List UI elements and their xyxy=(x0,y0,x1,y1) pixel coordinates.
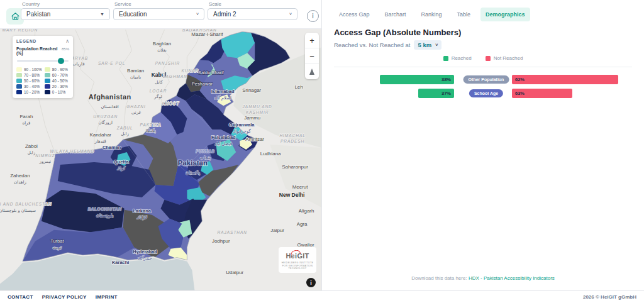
map-label-native: بامیان xyxy=(130,75,141,79)
population-slider[interactable] xyxy=(17,57,69,65)
map-label: Hyderabad xyxy=(133,249,157,255)
zoom-in-button[interactable]: + xyxy=(305,33,319,48)
country-select[interactable]: Pakistan ▼ xyxy=(21,8,110,20)
map-label-native: فاریاب xyxy=(72,62,84,67)
map-label: Zabol xyxy=(25,143,38,149)
legend-item: 90 - 100% xyxy=(16,67,42,72)
map-label: SISTAN AND BALUCHESTAN xyxy=(0,202,52,206)
map-label-native: زابل xyxy=(28,150,36,155)
map-label-native: زابل xyxy=(121,131,129,136)
legend-swatch xyxy=(45,73,50,77)
legend-range: 70 - 80% xyxy=(24,73,40,77)
map-label-native: پنجاب xyxy=(200,155,211,160)
country-label: Country xyxy=(22,1,40,7)
map-label-native: گوجرانوالہ xyxy=(233,128,252,134)
map-label-native: لوگر xyxy=(153,94,162,99)
slider-knob[interactable] xyxy=(58,58,64,64)
legend-item: 60 - 70% xyxy=(45,73,69,77)
map-label: Karachi xyxy=(112,260,129,265)
map-label: Ludhiana xyxy=(260,151,281,157)
map-label: PUNJAB xyxy=(196,149,214,153)
map-label: Leh xyxy=(294,84,303,90)
home-icon xyxy=(11,12,20,21)
reached-percent: 38% xyxy=(441,77,451,82)
legend-metric-label: Population Reached (%) xyxy=(16,47,62,55)
scale-select[interactable]: Admin 2 ˅ xyxy=(208,8,297,20)
chevron-down-icon: ˅ xyxy=(289,12,292,16)
scale-value: Admin 2 xyxy=(213,11,286,18)
map-label: SAR-E POL xyxy=(98,61,126,65)
legend-item: 10 - 20% xyxy=(16,90,42,94)
zoom-out-button[interactable]: − xyxy=(305,48,319,64)
map-label-native: غزنی xyxy=(131,110,142,115)
map-label: Agra xyxy=(297,221,308,227)
map-label: Zahedan xyxy=(10,173,30,179)
map-label: Udaipur xyxy=(226,270,243,275)
download-text: Download this data here: xyxy=(411,275,467,281)
info-button[interactable]: i xyxy=(307,10,319,22)
analysis-panel: Access GapBarchartRankingTableDemographi… xyxy=(322,0,644,290)
map-label: NIMRUZ xyxy=(35,153,55,158)
map-label-native: افغانستان xyxy=(101,104,119,109)
legend-range: 50 - 60% xyxy=(24,79,40,83)
heigit-logo-text: HeiGIT xyxy=(286,252,309,260)
legend-range: 30 - 40% xyxy=(24,84,40,89)
download-link[interactable]: HDX - Pakistan Accessibility Indicators xyxy=(469,275,555,281)
map-label: Mazar-i-Sharif xyxy=(191,31,223,37)
legend-range: 90 - 100% xyxy=(24,67,42,72)
reached-bar: 37% xyxy=(418,89,454,98)
map-label: Peshawar xyxy=(192,81,213,87)
attribution-button[interactable]: i xyxy=(306,278,316,287)
map-label: GHAZNI xyxy=(126,104,145,109)
minus-icon: − xyxy=(309,52,314,61)
reached-percent: 37% xyxy=(441,91,451,96)
legend-item: 50 - 60% xyxy=(16,79,42,83)
footer-link-contact[interactable]: CONTACT xyxy=(8,294,33,300)
map-label: Jodhpur xyxy=(212,238,230,244)
map-label: Srinagar xyxy=(242,87,261,93)
legend-swatch xyxy=(45,79,50,83)
service-select[interactable]: Education ˅ xyxy=(113,8,204,20)
legend-swatch xyxy=(45,84,50,89)
map-label: Larkana xyxy=(133,208,151,214)
legend-title: LEGEND xyxy=(16,39,36,43)
legend-item: 0 - 10% xyxy=(45,90,69,94)
legend-swatch xyxy=(45,90,50,94)
map-label: WILAYA HELMAND xyxy=(50,149,94,153)
map-label: PANJSHIR xyxy=(155,61,180,65)
map-label: KUNAR xyxy=(182,69,199,73)
map-label: ZABUL xyxy=(116,126,133,130)
map-label: BALOCHISTAN xyxy=(88,207,122,211)
map-label: New Delhi xyxy=(279,192,304,198)
not-reached-percent: 62% xyxy=(515,77,525,82)
map-canvas[interactable]: AfghanistanافغانستانPakistanپاکستانKabul… xyxy=(0,28,321,290)
map-label: Pakistan xyxy=(178,159,208,167)
map-label: Bamian xyxy=(127,68,144,74)
map-label: Gujranwala xyxy=(229,122,255,128)
footer-links: CONTACTPRIVACY POLICYIMPRINT xyxy=(8,294,118,300)
reached-bar: 38% xyxy=(380,75,454,84)
map-label: Faisalabad xyxy=(211,135,236,140)
map-label-native: حیدرآباد xyxy=(138,255,152,261)
collapse-chevron-icon[interactable]: ∧ xyxy=(65,40,69,43)
heigit-logo: HeiGIT HEIDELBERG INSTITUTEFOR GEOINFORM… xyxy=(279,247,316,273)
compass-icon xyxy=(309,69,314,75)
map-label-native: نیمروز xyxy=(39,159,52,164)
map-label: URUZGAN xyxy=(93,114,118,119)
compass-button[interactable] xyxy=(305,64,319,79)
legend-item: 20 - 30% xyxy=(45,84,69,89)
footer-link-privacy-policy[interactable]: PRIVACY POLICY xyxy=(42,294,87,300)
legend-swatch xyxy=(16,90,22,94)
info-icon: i xyxy=(312,13,314,19)
footer-link-imprint[interactable]: IMPRINT xyxy=(96,294,118,300)
map-label-native: اسلام آباد xyxy=(214,95,231,101)
map-controls: + − xyxy=(305,33,319,79)
map-label: RAJASTHAN xyxy=(218,230,247,234)
category-badge: Other Population xyxy=(464,75,509,84)
map-label-native: پاکستان xyxy=(186,170,200,175)
legend-slider-value: 85% xyxy=(62,47,69,51)
caret-down-icon: ▼ xyxy=(100,12,104,16)
map-label: HIMACHAL xyxy=(279,133,305,138)
legend-range: 0 - 10% xyxy=(52,90,66,94)
map-label: Jammu xyxy=(244,115,260,121)
